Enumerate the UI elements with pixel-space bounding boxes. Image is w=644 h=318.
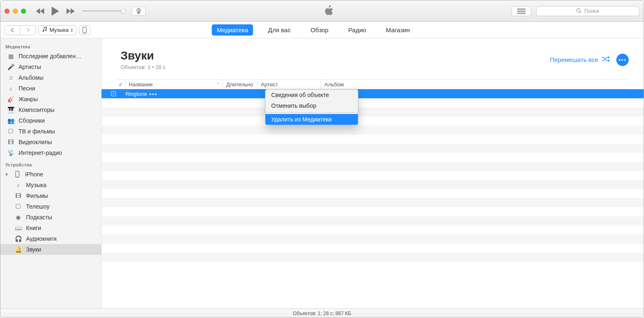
window-controls bbox=[5, 9, 26, 14]
minimize-window-icon[interactable] bbox=[13, 9, 18, 14]
search-placeholder: Поиск bbox=[584, 8, 599, 14]
sidebar-device-podcasts[interactable]: ◉Подкасты bbox=[0, 212, 101, 223]
ctx-item-info[interactable]: Сведения об объекте bbox=[265, 90, 358, 100]
column-check[interactable]: ✓ bbox=[116, 80, 125, 89]
svg-point-8 bbox=[84, 32, 85, 33]
main-tabs: Медиатека Для вас Обзор Радио Магазин bbox=[90, 24, 536, 36]
sidebar-item-recent[interactable]: ▦Последние добавлен… bbox=[0, 51, 101, 62]
airplay-button[interactable] bbox=[132, 7, 146, 16]
close-window-icon[interactable] bbox=[5, 9, 9, 14]
table-body: ✓ Ringtone••• Сведения об объекте Отмени… bbox=[102, 89, 644, 309]
sidebar-item-tv-movies[interactable]: 🖵ТВ и фильмы bbox=[0, 126, 101, 137]
device-button[interactable] bbox=[79, 25, 90, 35]
mic-icon: 🎤 bbox=[7, 64, 14, 70]
tv-icon: 🖵 bbox=[14, 203, 22, 210]
itunes-window: Поиск Музыка ▴▾ Медиатека Для вас Обзор … bbox=[0, 0, 644, 318]
sidebar-device-tones[interactable]: 🔔Звуки bbox=[0, 244, 101, 255]
tab-library[interactable]: Медиатека bbox=[212, 24, 253, 36]
nav-forward-button[interactable] bbox=[20, 25, 36, 35]
main-content: Звуки Объектов: 1 • 28 с Перемешать все … bbox=[102, 38, 644, 309]
svg-point-10 bbox=[17, 176, 18, 177]
bell-icon: 🔔 bbox=[14, 246, 22, 253]
play-icon[interactable] bbox=[51, 6, 60, 16]
column-artist[interactable]: Артист bbox=[258, 80, 321, 89]
tv-icon: 🖵 bbox=[7, 128, 14, 135]
piano-icon: 🎹 bbox=[7, 107, 14, 113]
row-more-icon[interactable]: ••• bbox=[149, 91, 158, 97]
column-duration[interactable]: Длительно bbox=[223, 80, 258, 89]
status-text: Объектов: 1; 28 с; 887 КБ bbox=[293, 311, 351, 316]
media-type-label: Музыка bbox=[50, 27, 69, 33]
media-type-dropdown[interactable]: Музыка ▴▾ bbox=[38, 25, 76, 35]
sidebar-device-books[interactable]: 📖Книги bbox=[0, 223, 101, 233]
sidebar-group-devices: Устройства bbox=[0, 158, 101, 169]
next-track-icon[interactable] bbox=[66, 8, 75, 14]
shuffle-icon bbox=[601, 56, 610, 63]
sidebar-item-radio[interactable]: 📡Интернет-радио bbox=[0, 147, 101, 158]
svg-point-5 bbox=[577, 9, 580, 12]
titlebar: Поиск bbox=[0, 0, 644, 22]
column-album[interactable]: Альбом bbox=[321, 80, 629, 89]
sidebar-device-music[interactable]: ♪Музыка bbox=[0, 180, 101, 190]
apple-logo-icon bbox=[323, 4, 334, 18]
secondary-header: Музыка ▴▾ Медиатека Для вас Обзор Радио … bbox=[0, 22, 644, 38]
svg-line-6 bbox=[580, 12, 582, 14]
book-icon: 📖 bbox=[14, 225, 22, 231]
sidebar-device-movies[interactable]: 🎞Фильмы bbox=[0, 190, 101, 201]
lcd-display bbox=[150, 4, 507, 18]
nav-back-button[interactable] bbox=[5, 25, 20, 35]
tab-radio[interactable]: Радио bbox=[343, 24, 371, 36]
ctx-item-delete[interactable]: Удалить из Медиатеки bbox=[265, 114, 358, 125]
svg-rect-2 bbox=[517, 9, 526, 9]
svg-rect-4 bbox=[517, 13, 526, 14]
search-input[interactable]: Поиск bbox=[536, 6, 639, 16]
playback-controls bbox=[36, 6, 75, 16]
people-icon: 👥 bbox=[7, 117, 14, 124]
svg-point-1 bbox=[138, 9, 140, 11]
search-icon bbox=[576, 8, 582, 14]
sidebar-item-songs[interactable]: ♪Песни bbox=[0, 83, 101, 94]
status-bar: Объектов: 1; 28 с; 887 КБ bbox=[0, 309, 644, 318]
sidebar-item-albums[interactable]: ♫Альбомы bbox=[0, 72, 101, 83]
sidebar-item-composers[interactable]: 🎹Композиторы bbox=[0, 104, 101, 115]
note-icon: ♪ bbox=[7, 85, 14, 92]
disclosure-triangle-icon[interactable]: ▼ bbox=[5, 172, 9, 177]
headphones-icon: 🎧 bbox=[14, 235, 22, 242]
film-icon: 🎞 bbox=[7, 139, 14, 145]
content-header: Звуки Объектов: 1 • 28 с Перемешать все … bbox=[102, 38, 644, 77]
ctx-item-deselect[interactable]: Отменить выбор bbox=[265, 100, 358, 111]
grid-icon: ▦ bbox=[7, 53, 14, 59]
column-name[interactable]: Название˄ bbox=[125, 80, 223, 89]
row-checkbox[interactable]: ✓ bbox=[111, 91, 116, 96]
shuffle-all-button[interactable]: Перемешать все bbox=[550, 56, 610, 63]
volume-slider[interactable] bbox=[82, 10, 123, 12]
sidebar-group-library: Медиатека bbox=[0, 40, 101, 51]
menu-divider bbox=[265, 112, 358, 113]
album-icon: ♫ bbox=[7, 74, 14, 81]
list-view-button[interactable] bbox=[511, 6, 531, 16]
sidebar-device-tvshows[interactable]: 🖵Телешоу bbox=[0, 201, 101, 212]
zoom-window-icon[interactable] bbox=[21, 9, 26, 14]
page-subtitle: Объектов: 1 • 28 с bbox=[121, 64, 166, 70]
podcast-icon: ◉ bbox=[14, 214, 22, 221]
sidebar-device-audiobooks[interactable]: 🎧Аудиокниги bbox=[0, 233, 101, 244]
page-title: Звуки bbox=[121, 49, 166, 62]
sidebar-item-videos[interactable]: 🎞Видеоклипы bbox=[0, 137, 101, 147]
sidebar-device-iphone[interactable]: ▼ iPhone bbox=[0, 169, 101, 180]
table-row[interactable]: ✓ Ringtone••• bbox=[102, 89, 644, 98]
row-name: Ringtone bbox=[125, 91, 147, 97]
tab-store[interactable]: Магазин bbox=[381, 24, 415, 36]
tab-for-you[interactable]: Для вас bbox=[263, 24, 296, 36]
table-header: ✓ Название˄ Длительно Артист Альбом bbox=[116, 79, 629, 89]
sidebar-item-artists[interactable]: 🎤Артисты bbox=[0, 62, 101, 72]
sidebar-item-genres[interactable]: 🎸Жанры bbox=[0, 94, 101, 104]
sidebar-item-compilations[interactable]: 👥Сборники bbox=[0, 115, 101, 126]
tab-browse[interactable]: Обзор bbox=[305, 24, 333, 36]
context-menu: Сведения об объекте Отменить выбор Удали… bbox=[265, 89, 358, 125]
more-actions-button[interactable]: ••• bbox=[616, 54, 629, 66]
film-icon: 🎞 bbox=[14, 192, 22, 199]
sort-asc-icon: ˄ bbox=[217, 82, 219, 87]
guitar-icon: 🎸 bbox=[7, 96, 14, 102]
previous-track-icon[interactable] bbox=[36, 8, 45, 14]
sidebar: Медиатека ▦Последние добавлен… 🎤Артисты … bbox=[0, 38, 102, 309]
